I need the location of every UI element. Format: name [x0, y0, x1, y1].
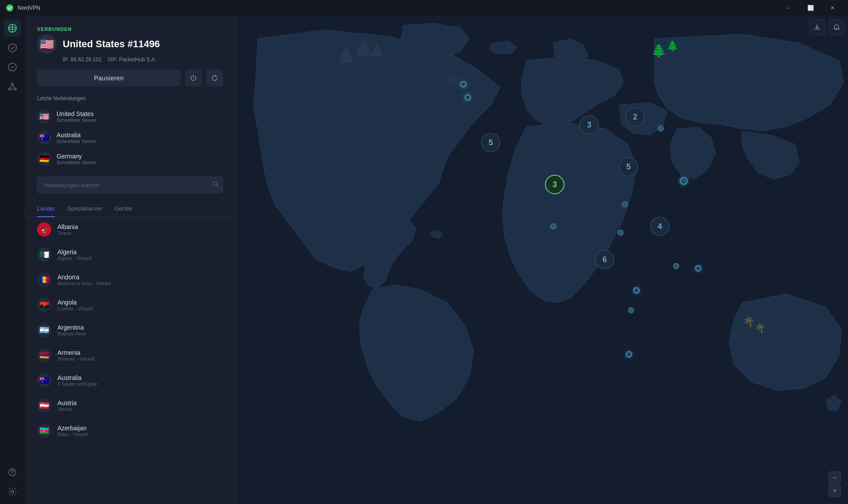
zoom-out-button[interactable]: –	[829, 471, 841, 484]
country-name-angola: Angola	[57, 299, 93, 306]
country-austria[interactable]: 🇦🇹 Austria Vienna ›	[25, 393, 235, 418]
map-node-central-usa[interactable]: 3	[579, 115, 599, 135]
connection-header: VERBUNDEN 🇺🇸 United States #11496 IP: 86…	[25, 16, 235, 95]
cluster-2-east[interactable]: 2	[625, 107, 645, 127]
cluster-4-caribbean[interactable]: 4	[650, 217, 670, 236]
map-node-east-usa[interactable]: 2	[625, 107, 645, 127]
flag-australia: 🇦🇺	[37, 373, 51, 387]
tab-devices[interactable]: Geräte	[114, 201, 132, 217]
svg-point-20	[322, 328, 325, 331]
flag-algeria: 🇩🇿	[37, 248, 51, 262]
map-dot-2[interactable]	[465, 94, 471, 101]
nav-vpn[interactable]	[4, 19, 21, 37]
dot-5[interactable]	[550, 223, 556, 229]
close-button[interactable]: ✕	[822, 0, 843, 16]
nav-sidebar	[0, 16, 25, 504]
dot-8[interactable]	[695, 265, 701, 271]
maximize-button[interactable]: ⬜	[800, 0, 821, 16]
country-andorra[interactable]: 🇦🇩 Andorra Andorra la Vella - Virtuell ›	[25, 267, 235, 293]
dot-9[interactable]	[633, 287, 640, 293]
pause-button[interactable]: Pausieren	[37, 70, 181, 87]
map-node-west-usa[interactable]: 5	[481, 133, 500, 152]
svg-line-8	[12, 85, 15, 88]
svg-point-12	[11, 490, 14, 493]
cluster-6-central-am[interactable]: 6	[595, 250, 614, 269]
dot-2[interactable]	[465, 94, 471, 101]
tab-special[interactable]: Spezialserver	[67, 201, 102, 217]
dot-atlantic[interactable]	[680, 177, 688, 185]
search-input[interactable]	[37, 177, 223, 193]
download-button[interactable]	[809, 19, 825, 35]
country-azerbaijan[interactable]: 🇦🇿 Azerbaijan Baku - Virtuell ›	[25, 418, 235, 444]
map-node-mexico[interactable]: 3	[545, 175, 564, 194]
svg-line-7	[10, 85, 12, 88]
search-button[interactable]	[212, 181, 219, 189]
map-dot-7[interactable]	[673, 263, 679, 269]
recent-sub-de: Schnellster Server	[57, 160, 96, 165]
nav-settings[interactable]	[4, 483, 21, 500]
connection-ip: IP: 86.62.28.101	[63, 56, 102, 63]
power-button[interactable]	[185, 70, 202, 87]
zoom-in-button[interactable]: +	[829, 485, 841, 497]
country-sub-austria: Vienna	[57, 406, 77, 412]
map-dot-1[interactable]	[460, 81, 466, 87]
map-dot-11[interactable]	[626, 351, 632, 357]
map-dot-6[interactable]	[617, 229, 624, 236]
notification-button[interactable]	[829, 19, 844, 35]
country-armenia[interactable]: 🇦🇲 Armenia Yerevan - Virtuell ›	[25, 343, 235, 368]
country-australia[interactable]: 🇦🇺 Australia 5 Städte verfügbar ›	[25, 368, 235, 393]
connection-status: VERBUNDEN	[37, 26, 223, 32]
dot-7[interactable]	[673, 263, 679, 269]
window-controls: – ⬜ ✕	[778, 0, 843, 16]
server-flag: 🇺🇸	[37, 34, 57, 54]
map-dot-9[interactable]	[633, 287, 640, 293]
server-name: United States #11496	[63, 38, 160, 50]
country-name-algeria: Algeria	[57, 248, 91, 256]
country-sub-azerbaijan: Baku - Virtuell	[57, 432, 87, 437]
refresh-button[interactable]	[206, 70, 223, 87]
dot-1[interactable]	[460, 81, 466, 87]
cluster-5-se[interactable]: 5	[619, 157, 638, 177]
map-dot-atlantic[interactable]	[680, 177, 688, 185]
map-dot-10[interactable]	[628, 307, 634, 313]
map-node-caribbean[interactable]: 4	[650, 217, 670, 236]
nav-threat-protection[interactable]	[4, 39, 21, 56]
map-node-central-am[interactable]: 6	[595, 250, 614, 269]
map-dot-8[interactable]	[695, 265, 701, 271]
dot-6[interactable]	[617, 229, 624, 236]
recent-item-us[interactable]: 🇺🇸 United States Schnellster Server	[37, 106, 223, 127]
dot-11[interactable]	[626, 351, 632, 357]
map-node-se-usa[interactable]: 5	[619, 157, 638, 177]
country-sub-angola: Luanda - Virtuell	[57, 306, 93, 311]
cluster-3-mexico[interactable]: 3	[545, 175, 564, 194]
tab-countries[interactable]: Länder	[37, 201, 55, 217]
nav-meshnet[interactable]	[4, 78, 21, 95]
map-dot-4[interactable]	[622, 201, 628, 207]
country-albania[interactable]: 🦅 Albania Tirana ›	[25, 217, 235, 242]
country-algeria[interactable]: 🇩🇿 Algeria Algiers - Virtuell ›	[25, 242, 235, 267]
svg-point-11	[12, 474, 13, 474]
country-name-argentina: Argentina	[57, 324, 86, 331]
flag-armenia: 🇦🇲	[37, 348, 51, 362]
map-dot-3[interactable]	[658, 125, 664, 132]
country-argentina[interactable]: 🇦🇷 Argentina Buenos Aires ›	[25, 318, 235, 343]
cluster-3-central[interactable]: 3	[579, 115, 599, 135]
recent-flag-de: 🇩🇪	[37, 152, 51, 166]
connection-isp: ISP: PacketHub S.A.	[107, 56, 156, 63]
map-dot-5[interactable]	[550, 223, 556, 229]
cluster-5-west[interactable]: 5	[481, 133, 500, 152]
nav-help[interactable]	[4, 463, 21, 481]
recent-sub-us: Schnellster Server	[57, 117, 96, 123]
flag-albania: 🦅	[37, 222, 51, 237]
map-area: 5 3 2 5 3 4 6	[236, 16, 848, 504]
dot-3[interactable]	[658, 125, 664, 132]
minimize-button[interactable]: –	[778, 0, 799, 16]
dot-4[interactable]	[622, 201, 628, 207]
country-name-austria: Austria	[57, 399, 77, 406]
country-angola[interactable]: 🇦🇴 Angola Luanda - Virtuell ›	[25, 293, 235, 318]
nav-status[interactable]	[4, 58, 21, 76]
dot-10[interactable]	[628, 307, 634, 313]
svg-point-6	[15, 88, 16, 90]
recent-item-au[interactable]: 🇦🇺 Australia Schnellster Server	[37, 127, 223, 148]
recent-item-de[interactable]: 🇩🇪 Germany Schnellster Server	[37, 148, 223, 169]
